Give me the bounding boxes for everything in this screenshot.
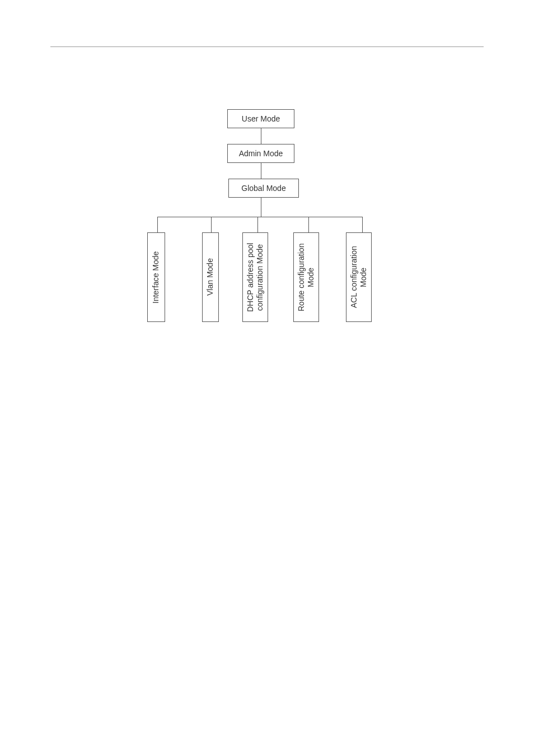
connector	[157, 217, 158, 232]
label: Interface Mode	[151, 251, 161, 303]
node-interface-mode: Interface Mode	[147, 232, 165, 322]
connector	[211, 217, 212, 232]
node-user-mode: User Mode	[227, 109, 294, 128]
node-global-mode: Global Mode	[228, 179, 299, 198]
node-acl-mode: ACL configuration Mode	[346, 232, 372, 322]
connector	[308, 217, 309, 232]
mode-hierarchy-diagram: User Mode Admin Mode Global Mode Interfa…	[144, 109, 410, 333]
node-dhcp-mode: DHCP address pool configuration Mode	[242, 232, 268, 322]
horizontal-rule	[50, 46, 484, 47]
node-route-mode: Route configuration Mode	[293, 232, 319, 322]
label: Admin Mode	[239, 149, 283, 158]
connector-bus	[157, 217, 362, 217]
connector	[261, 163, 261, 179]
node-admin-mode: Admin Mode	[227, 144, 294, 163]
connector	[257, 217, 258, 232]
connector	[261, 128, 261, 144]
connector	[362, 217, 363, 232]
label: Vlan Mode	[205, 259, 216, 296]
label: DHCP address pool configuration Mode	[246, 236, 265, 318]
node-vlan-mode: Vlan Mode	[202, 232, 219, 322]
connector	[261, 198, 261, 217]
label: User Mode	[242, 114, 280, 123]
label: ACL configuration Mode	[349, 236, 369, 318]
label: Route configuration Mode	[297, 236, 316, 318]
label: Global Mode	[241, 184, 285, 193]
